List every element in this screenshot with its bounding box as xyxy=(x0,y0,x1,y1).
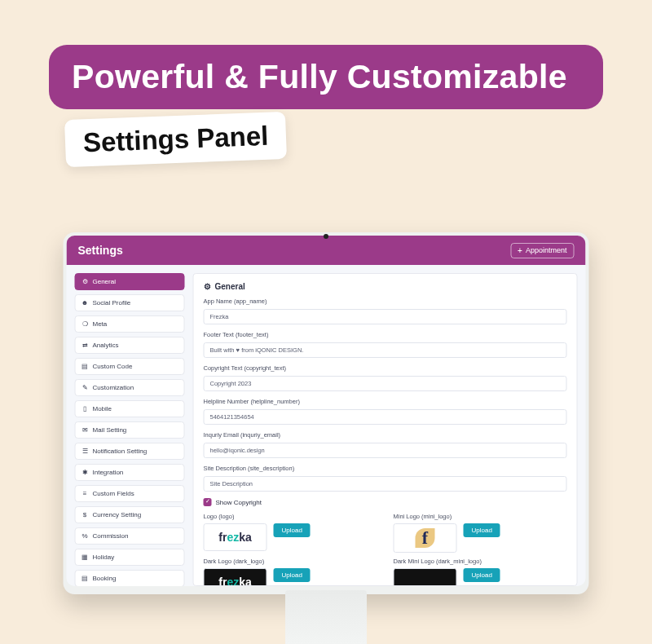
sidebar-item-label: Custom Fields xyxy=(93,490,134,497)
gear-icon: ⚙ xyxy=(204,282,211,291)
app-name-input[interactable] xyxy=(204,309,567,324)
screen: Settings + Appointment ⚙ General ☻ Socia… xyxy=(67,236,586,586)
sidebar-item-mail-setting[interactable]: ✉ Mail Setting xyxy=(75,421,185,439)
site-description-label: Site Description (site_description) xyxy=(204,465,567,472)
monitor-camera-dot xyxy=(324,234,328,239)
upload-dark-logo-button[interactable]: Upload xyxy=(274,568,311,582)
helpline-number-label: Helpline Number (helpline_number) xyxy=(204,398,567,405)
show-copyright-checkbox[interactable]: Show Copyright xyxy=(204,498,567,506)
mail-icon: ✉ xyxy=(82,426,89,434)
add-appointment-button[interactable]: + Appointment xyxy=(510,243,574,258)
add-appointment-label: Appointment xyxy=(526,246,567,254)
chart-icon: ⇄ xyxy=(82,342,89,349)
file-icon: ▤ xyxy=(82,363,89,370)
copyright-text-label: Copyright Text (copyright_text) xyxy=(204,364,567,372)
calendar-icon: ▦ xyxy=(82,554,89,561)
sidebar-item-label: Integration xyxy=(93,469,124,476)
section-heading-text: General xyxy=(215,282,245,291)
sidebar-item-customization[interactable]: ✎ Customization xyxy=(75,379,185,396)
sidebar-item-label: Custom Code xyxy=(93,363,133,370)
sidebar-item-commission[interactable]: % Commission xyxy=(75,527,185,545)
upload-mini-logo-button[interactable]: Upload xyxy=(464,523,500,537)
logo-label: Logo (logo) xyxy=(204,513,377,520)
monitor-stand xyxy=(285,590,367,644)
helpline-number-input[interactable] xyxy=(204,409,567,425)
mini-logo-preview: f xyxy=(394,523,457,553)
sidebar-item-integration[interactable]: ✱ Integration xyxy=(75,464,185,481)
upload-logo-button[interactable]: Upload xyxy=(274,523,311,537)
monitor-frame: Settings + Appointment ⚙ General ☻ Socia… xyxy=(64,232,589,594)
footer-text-input[interactable] xyxy=(204,342,567,358)
hero-subhead: Settings Panel xyxy=(64,112,287,167)
letter-f-icon: f xyxy=(422,527,428,549)
hero-headline: Powerful & Fully Customizable xyxy=(49,45,603,109)
settings-main-panel: ⚙ General App Name (app_name) Footer Tex… xyxy=(193,273,578,586)
show-copyright-label: Show Copyright xyxy=(216,499,262,506)
sidebar-item-meta[interactable]: ❍ Meta xyxy=(75,315,185,333)
wand-icon: ✎ xyxy=(82,384,89,391)
sidebar-item-label: Notification Setting xyxy=(93,448,148,455)
upload-dark-mini-logo-button[interactable]: Upload xyxy=(464,568,500,582)
gear-icon: ⚙ xyxy=(82,278,89,285)
dollar-icon: $ xyxy=(82,511,89,518)
footer-text-label: Footer Text (footer_text) xyxy=(204,331,567,338)
list-icon: ≡ xyxy=(82,490,89,497)
sidebar-item-label: Mail Setting xyxy=(93,426,127,434)
user-icon: ☻ xyxy=(82,299,89,307)
app-bar: Settings + Appointment xyxy=(67,236,586,265)
checkbox-icon xyxy=(204,498,212,506)
sidebar-item-social-profile[interactable]: ☻ Social Profile xyxy=(75,294,185,311)
percent-icon: % xyxy=(82,532,89,540)
app-name-label: App Name (app_name) xyxy=(204,298,567,305)
sidebar-item-label: Mobile xyxy=(93,405,112,412)
sidebar-item-label: Meta xyxy=(93,320,108,328)
sidebar-item-label: General xyxy=(93,278,116,285)
sidebar-item-label: Booking xyxy=(93,575,117,582)
dark-mini-logo-preview xyxy=(394,568,457,586)
book-icon: ▤ xyxy=(82,575,89,582)
sidebar-item-currency-setting[interactable]: $ Currency Setting xyxy=(75,506,185,523)
site-description-input[interactable] xyxy=(204,476,567,492)
sidebar-item-notification-setting[interactable]: ☰ Notification Setting xyxy=(75,443,185,460)
sidebar-item-booking[interactable]: ▤ Booking xyxy=(75,570,185,586)
globe-icon: ❍ xyxy=(82,320,89,328)
dark-mini-logo-label: Dark Mini Logo (dark_mini_logo) xyxy=(394,558,567,565)
sidebar-item-label: Commission xyxy=(93,532,129,540)
sidebar-item-custom-code[interactable]: ▤ Custom Code xyxy=(75,358,185,375)
dark-logo-label: Dark Logo (dark_logo) xyxy=(204,558,377,565)
mini-logo-label: Mini Logo (mini_logo) xyxy=(394,513,567,520)
sidebar-item-analytics[interactable]: ⇄ Analytics xyxy=(75,337,185,354)
inquiry-email-label: Inquriy Email (inquriy_email) xyxy=(204,431,567,439)
inquiry-email-input[interactable] xyxy=(204,443,567,458)
bell-icon: ☰ xyxy=(82,448,89,455)
sidebar-item-label: Currency Setting xyxy=(93,511,142,518)
mobile-icon: ▯ xyxy=(82,405,89,412)
sidebar-item-label: Customization xyxy=(93,384,134,391)
logo-preview: frezka xyxy=(204,523,267,551)
copyright-text-input[interactable] xyxy=(204,376,567,391)
sidebar-item-holiday[interactable]: ▦ Holiday xyxy=(75,549,185,566)
plus-icon: + xyxy=(518,246,522,255)
sidebar-item-label: Social Profile xyxy=(93,299,131,307)
sidebar-item-label: Holiday xyxy=(93,554,115,561)
settings-sidebar: ⚙ General ☻ Social Profile ❍ Meta ⇄ Anal… xyxy=(75,273,185,586)
sidebar-item-general[interactable]: ⚙ General xyxy=(75,273,185,290)
plug-icon: ✱ xyxy=(82,469,89,476)
sidebar-item-mobile[interactable]: ▯ Mobile xyxy=(75,400,185,417)
dark-logo-preview: frezka xyxy=(204,568,267,586)
sidebar-item-custom-fields[interactable]: ≡ Custom Fields xyxy=(75,485,185,502)
section-heading: ⚙ General xyxy=(204,282,567,291)
sidebar-item-label: Analytics xyxy=(93,342,119,349)
page-title: Settings xyxy=(78,244,123,257)
